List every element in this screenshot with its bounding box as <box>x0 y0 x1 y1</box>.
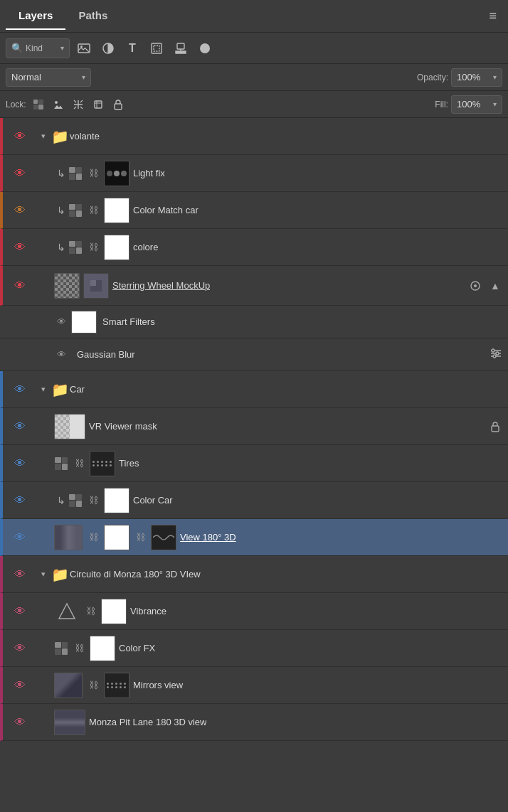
visibility-eye[interactable]: 👁 <box>3 563 37 586</box>
layer-row[interactable]: 👁 ⛓ Vibrance <box>0 593 508 630</box>
lock-image-icon[interactable] <box>51 97 66 112</box>
visibility-eye[interactable]: 👁 <box>51 343 71 366</box>
lock-all-icon[interactable] <box>110 97 126 112</box>
visibility-eye[interactable]: 👁 <box>3 674 37 697</box>
layer-content: Car <box>70 384 508 395</box>
layer-row[interactable]: 👁 ▾ 📁 Circuito di Monza 180° 3D VIew <box>0 556 508 593</box>
layer-thumbnail <box>54 525 83 550</box>
visibility-eye[interactable]: 👁 <box>3 489 37 512</box>
circle-half-filter-icon[interactable] <box>98 38 118 58</box>
layer-thumbnail <box>54 414 85 439</box>
opacity-group: Opacity: 100% ▾ <box>417 68 502 87</box>
visibility-eye[interactable]: 👁 <box>3 526 37 549</box>
lock-position-icon[interactable] <box>70 97 86 112</box>
stamp-filter-icon[interactable] <box>171 38 191 58</box>
circle-filter-icon[interactable] <box>195 38 215 58</box>
chain-link-icon: ⛓ <box>86 678 100 693</box>
tab-layers[interactable]: Layers <box>6 2 65 30</box>
visibility-eye[interactable]: 👁 <box>3 162 37 185</box>
group-chevron[interactable]: ▾ <box>37 568 50 581</box>
group-chevron[interactable]: ▾ <box>37 383 50 396</box>
layer-content: Circuito di Monza 180° 3D VIew <box>70 569 508 579</box>
chain-link-icon: ⛓ <box>86 240 100 255</box>
visibility-eye[interactable]: 👁 <box>3 125 37 148</box>
layer-content: Monza Pit Lane 180 3D view <box>54 710 508 735</box>
layer-thumbnail <box>104 198 129 223</box>
adjustment-icon <box>54 599 80 624</box>
layer-thumbnail <box>54 273 80 299</box>
layer-row[interactable]: 👁 Monza Pit Lane 180 3D view <box>0 704 508 741</box>
kind-filter-select[interactable]: 🔍 Kind ▾ <box>6 38 70 58</box>
layer-adjustment-thumbnail <box>151 525 176 550</box>
visibility-eye[interactable]: 👁 <box>3 415 37 438</box>
style-icon[interactable] <box>467 277 484 294</box>
chain-link-icon: ⛓ <box>83 604 97 619</box>
layer-row[interactable]: 👁 ↳ ⛓ Light fix <box>0 155 508 192</box>
opacity-select[interactable]: 100% ▾ <box>451 68 502 87</box>
blend-mode-bar: Normal ▾ Opacity: 100% ▾ <box>0 64 508 91</box>
lock-transparency-icon[interactable] <box>31 97 46 112</box>
sliders-icon <box>490 347 508 362</box>
filter-bar: 🔍 Kind ▾ T <box>0 33 508 64</box>
layer-row[interactable]: 👁 ⛓ Color FX <box>0 630 508 667</box>
panel-menu-icon[interactable]: ≡ <box>483 6 502 26</box>
layer-thumbnail <box>71 311 97 333</box>
row-right-icons <box>487 418 508 435</box>
visibility-eye[interactable]: 👁 <box>3 711 37 734</box>
svg-rect-5 <box>177 43 184 49</box>
layer-content: ⛓ Vibrance <box>54 599 508 624</box>
sub-row-gaussian-blur[interactable]: 👁 Gaussian Blur <box>0 338 508 371</box>
layer-thumbnail <box>104 235 129 260</box>
grid-thumb-icon <box>54 456 68 471</box>
layer-row[interactable]: 👁 ⛓ Mirrors view <box>0 667 508 704</box>
layer-content: ⛓ Color Car <box>68 488 508 513</box>
layer-thumbnail <box>54 710 85 735</box>
visibility-eye[interactable]: 👁 <box>3 236 37 259</box>
svg-rect-4 <box>154 46 159 51</box>
grid-thumb-icon <box>68 203 83 218</box>
layer-row[interactable]: 👁 ▾ 📁 Car <box>0 371 508 408</box>
layer-name: Smart Filters <box>102 316 155 327</box>
layer-row[interactable]: 👁 Sterring Wheel MockUp ▲ <box>0 266 508 306</box>
layer-name: Light fix <box>133 168 165 178</box>
layer-name: Tires <box>119 458 139 469</box>
layer-row[interactable]: 👁 ⛓ Tires <box>0 445 508 482</box>
blend-mode-select[interactable]: Normal ▾ <box>6 68 91 87</box>
layer-content: ⛓ ⛓ View 180° 3D <box>54 525 508 550</box>
layer-row[interactable]: 👁 ↳ ⛓ Color Car <box>0 482 508 519</box>
link-arrow-icon: ↳ <box>54 203 68 218</box>
sub-row-smart-filters[interactable]: 👁 Smart Filters <box>0 306 508 338</box>
visibility-eye[interactable]: 👁 <box>3 274 37 297</box>
chain-link-icon: ⛓ <box>86 166 100 181</box>
visibility-eye[interactable]: 👁 <box>3 637 37 660</box>
layer-name: Color Match car <box>133 205 199 215</box>
layer-content: VR Viewer mask <box>54 414 487 439</box>
visibility-eye[interactable]: 👁 <box>51 311 71 333</box>
visibility-eye[interactable]: 👁 <box>3 378 37 401</box>
layer-mask-thumbnail <box>104 525 129 550</box>
opacity-label: Opacity: <box>417 73 448 82</box>
tab-paths[interactable]: Paths <box>65 2 120 30</box>
layers-list: 👁 ▾ 📁 volante 👁 ↳ ⛓ Light fix 👁 ↳ <box>0 118 508 741</box>
transform-filter-icon[interactable] <box>147 38 166 58</box>
opacity-value: 100% <box>457 72 480 82</box>
layer-row[interactable]: 👁 ⛓ ⛓ View 180° 3D <box>0 519 508 556</box>
link-arrow-icon: ↳ <box>54 240 68 255</box>
lock-icon <box>487 418 504 435</box>
collapse-icon[interactable]: ▲ <box>487 277 504 294</box>
group-chevron[interactable]: ▾ <box>37 130 50 143</box>
svg-rect-16 <box>492 426 499 432</box>
visibility-eye[interactable]: 👁 <box>3 199 37 222</box>
layer-thumbnail <box>90 636 115 661</box>
layer-row[interactable]: 👁 ↳ ⛓ Color Match car <box>0 192 508 229</box>
layer-name: Car <box>70 384 85 395</box>
fill-select[interactable]: 100% ▾ <box>451 95 502 114</box>
layer-row[interactable]: 👁 ▾ 📁 volante <box>0 118 508 155</box>
layer-row[interactable]: 👁 VR Viewer mask <box>0 408 508 445</box>
visibility-eye[interactable]: 👁 <box>3 452 37 475</box>
image-filter-icon[interactable] <box>74 38 94 58</box>
lock-artboard-icon[interactable] <box>90 97 106 112</box>
text-filter-icon[interactable]: T <box>122 38 142 58</box>
layer-row[interactable]: 👁 ↳ ⛓ colore <box>0 229 508 266</box>
visibility-eye[interactable]: 👁 <box>3 600 37 623</box>
